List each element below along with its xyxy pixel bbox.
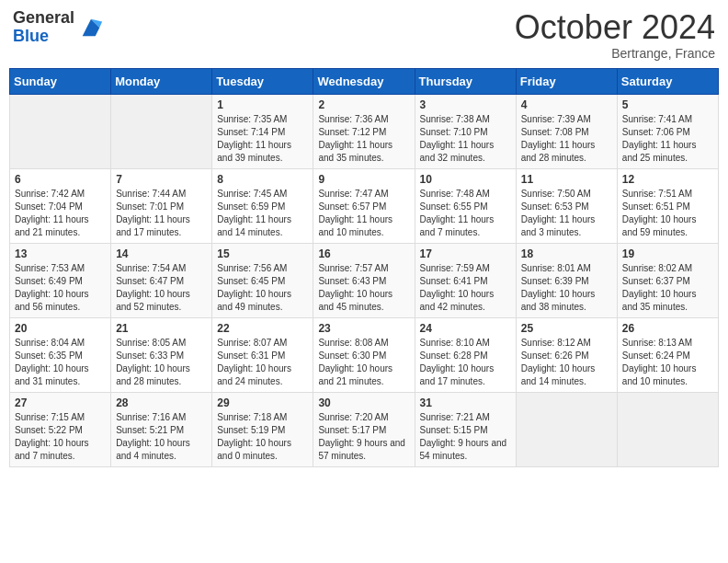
day-number: 14 xyxy=(116,247,207,260)
day-of-week-header: Saturday xyxy=(617,68,718,94)
day-number: 7 xyxy=(116,173,207,186)
calendar-cell: 8Sunrise: 7:45 AMSunset: 6:59 PMDaylight… xyxy=(212,168,313,243)
calendar-cell: 27Sunrise: 7:15 AMSunset: 5:22 PMDayligh… xyxy=(10,392,111,466)
calendar-header-row: SundayMondayTuesdayWednesdayThursdayFrid… xyxy=(10,68,719,94)
day-info: Sunrise: 7:51 AMSunset: 6:51 PMDaylight:… xyxy=(622,188,713,239)
day-number: 2 xyxy=(318,98,409,111)
day-info: Sunrise: 8:04 AMSunset: 6:35 PMDaylight:… xyxy=(15,337,106,388)
day-of-week-header: Tuesday xyxy=(212,68,313,94)
day-number: 3 xyxy=(420,98,511,111)
day-info: Sunrise: 7:21 AMSunset: 5:15 PMDaylight:… xyxy=(420,411,511,463)
day-number: 27 xyxy=(15,396,106,409)
day-number: 4 xyxy=(521,98,612,111)
calendar-cell: 4Sunrise: 7:39 AMSunset: 7:08 PMDaylight… xyxy=(516,94,617,168)
day-number: 17 xyxy=(420,247,511,260)
calendar-cell: 24Sunrise: 8:10 AMSunset: 6:28 PMDayligh… xyxy=(415,317,516,392)
month-title: October 2024 xyxy=(515,9,715,46)
day-number: 11 xyxy=(521,173,612,186)
day-number: 26 xyxy=(622,322,713,335)
day-info: Sunrise: 7:18 AMSunset: 5:19 PMDaylight:… xyxy=(217,411,308,463)
calendar-week-row: 20Sunrise: 8:04 AMSunset: 6:35 PMDayligh… xyxy=(10,317,719,392)
calendar-cell: 13Sunrise: 7:53 AMSunset: 6:49 PMDayligh… xyxy=(10,243,111,317)
calendar-cell: 23Sunrise: 8:08 AMSunset: 6:30 PMDayligh… xyxy=(313,317,415,392)
calendar-week-row: 1Sunrise: 7:35 AMSunset: 7:14 PMDaylight… xyxy=(10,94,719,168)
calendar-cell xyxy=(617,392,718,466)
calendar-cell: 9Sunrise: 7:47 AMSunset: 6:57 PMDaylight… xyxy=(313,168,415,243)
day-number: 13 xyxy=(15,247,106,260)
day-info: Sunrise: 7:53 AMSunset: 6:49 PMDaylight:… xyxy=(15,262,106,314)
day-info: Sunrise: 7:44 AMSunset: 7:01 PMDaylight:… xyxy=(116,188,207,239)
day-info: Sunrise: 8:08 AMSunset: 6:30 PMDaylight:… xyxy=(318,337,409,388)
day-info: Sunrise: 7:56 AMSunset: 6:45 PMDaylight:… xyxy=(217,262,308,314)
calendar-cell: 1Sunrise: 7:35 AMSunset: 7:14 PMDaylight… xyxy=(212,94,313,168)
day-number: 12 xyxy=(622,173,713,186)
calendar-cell: 26Sunrise: 8:13 AMSunset: 6:24 PMDayligh… xyxy=(617,317,718,392)
calendar-cell: 3Sunrise: 7:38 AMSunset: 7:10 PMDaylight… xyxy=(415,94,516,168)
calendar-cell xyxy=(10,94,111,168)
day-number: 24 xyxy=(420,322,511,335)
day-number: 20 xyxy=(15,322,106,335)
day-number: 18 xyxy=(521,247,612,260)
day-info: Sunrise: 7:35 AMSunset: 7:14 PMDaylight:… xyxy=(217,113,308,165)
day-info: Sunrise: 7:48 AMSunset: 6:55 PMDaylight:… xyxy=(420,188,511,239)
day-number: 29 xyxy=(217,396,308,409)
day-info: Sunrise: 8:10 AMSunset: 6:28 PMDaylight:… xyxy=(420,337,511,388)
day-number: 9 xyxy=(318,173,409,186)
page-header: General Blue October 2024 Bertrange, Fra… xyxy=(9,9,719,61)
calendar-cell: 16Sunrise: 7:57 AMSunset: 6:43 PMDayligh… xyxy=(313,243,415,317)
calendar-cell: 31Sunrise: 7:21 AMSunset: 5:15 PMDayligh… xyxy=(415,392,516,466)
calendar-cell xyxy=(111,94,212,168)
calendar-cell: 7Sunrise: 7:44 AMSunset: 7:01 PMDaylight… xyxy=(111,168,212,243)
day-info: Sunrise: 7:42 AMSunset: 7:04 PMDaylight:… xyxy=(15,188,106,239)
calendar-cell: 2Sunrise: 7:36 AMSunset: 7:12 PMDaylight… xyxy=(313,94,415,168)
calendar-cell: 29Sunrise: 7:18 AMSunset: 5:19 PMDayligh… xyxy=(212,392,313,466)
calendar-week-row: 13Sunrise: 7:53 AMSunset: 6:49 PMDayligh… xyxy=(10,243,719,317)
day-info: Sunrise: 8:02 AMSunset: 6:37 PMDaylight:… xyxy=(622,262,713,314)
calendar-cell: 6Sunrise: 7:42 AMSunset: 7:04 PMDaylight… xyxy=(10,168,111,243)
day-info: Sunrise: 7:20 AMSunset: 5:17 PMDaylight:… xyxy=(318,411,409,463)
day-info: Sunrise: 7:54 AMSunset: 6:47 PMDaylight:… xyxy=(116,262,207,314)
calendar-cell: 5Sunrise: 7:41 AMSunset: 7:06 PMDaylight… xyxy=(617,94,718,168)
logo: General Blue xyxy=(13,9,104,46)
calendar-cell: 22Sunrise: 8:07 AMSunset: 6:31 PMDayligh… xyxy=(212,317,313,392)
day-info: Sunrise: 7:16 AMSunset: 5:21 PMDaylight:… xyxy=(116,411,207,463)
day-of-week-header: Sunday xyxy=(10,68,111,94)
day-info: Sunrise: 8:01 AMSunset: 6:39 PMDaylight:… xyxy=(521,262,612,314)
day-number: 28 xyxy=(116,396,207,409)
day-number: 21 xyxy=(116,322,207,335)
calendar-cell: 18Sunrise: 8:01 AMSunset: 6:39 PMDayligh… xyxy=(516,243,617,317)
calendar-cell: 28Sunrise: 7:16 AMSunset: 5:21 PMDayligh… xyxy=(111,392,212,466)
day-number: 30 xyxy=(318,396,409,409)
day-number: 5 xyxy=(622,98,713,111)
day-info: Sunrise: 7:39 AMSunset: 7:08 PMDaylight:… xyxy=(521,113,612,165)
day-number: 23 xyxy=(318,322,409,335)
day-number: 6 xyxy=(15,173,106,186)
day-info: Sunrise: 7:50 AMSunset: 6:53 PMDaylight:… xyxy=(521,188,612,239)
day-number: 25 xyxy=(521,322,612,335)
calendar-cell: 17Sunrise: 7:59 AMSunset: 6:41 PMDayligh… xyxy=(415,243,516,317)
calendar-cell: 21Sunrise: 8:05 AMSunset: 6:33 PMDayligh… xyxy=(111,317,212,392)
day-info: Sunrise: 7:57 AMSunset: 6:43 PMDaylight:… xyxy=(318,262,409,314)
day-info: Sunrise: 8:05 AMSunset: 6:33 PMDaylight:… xyxy=(116,337,207,388)
location-title: Bertrange, France xyxy=(515,46,715,61)
calendar-cell: 30Sunrise: 7:20 AMSunset: 5:17 PMDayligh… xyxy=(313,392,415,466)
day-of-week-header: Wednesday xyxy=(313,68,415,94)
day-info: Sunrise: 8:12 AMSunset: 6:26 PMDaylight:… xyxy=(521,337,612,388)
title-block: October 2024 Bertrange, France xyxy=(515,9,715,61)
day-number: 31 xyxy=(420,396,511,409)
day-number: 8 xyxy=(217,173,308,186)
day-info: Sunrise: 7:59 AMSunset: 6:41 PMDaylight:… xyxy=(420,262,511,314)
logo-icon xyxy=(78,15,104,40)
day-number: 19 xyxy=(622,247,713,260)
day-info: Sunrise: 8:13 AMSunset: 6:24 PMDaylight:… xyxy=(622,337,713,388)
day-number: 15 xyxy=(217,247,308,260)
calendar-cell: 10Sunrise: 7:48 AMSunset: 6:55 PMDayligh… xyxy=(415,168,516,243)
calendar-cell: 25Sunrise: 8:12 AMSunset: 6:26 PMDayligh… xyxy=(516,317,617,392)
calendar-cell: 11Sunrise: 7:50 AMSunset: 6:53 PMDayligh… xyxy=(516,168,617,243)
calendar-cell: 15Sunrise: 7:56 AMSunset: 6:45 PMDayligh… xyxy=(212,243,313,317)
logo-blue-text: Blue xyxy=(13,28,74,46)
calendar-cell: 20Sunrise: 8:04 AMSunset: 6:35 PMDayligh… xyxy=(10,317,111,392)
day-of-week-header: Thursday xyxy=(415,68,516,94)
day-info: Sunrise: 7:45 AMSunset: 6:59 PMDaylight:… xyxy=(217,188,308,239)
calendar-cell: 14Sunrise: 7:54 AMSunset: 6:47 PMDayligh… xyxy=(111,243,212,317)
